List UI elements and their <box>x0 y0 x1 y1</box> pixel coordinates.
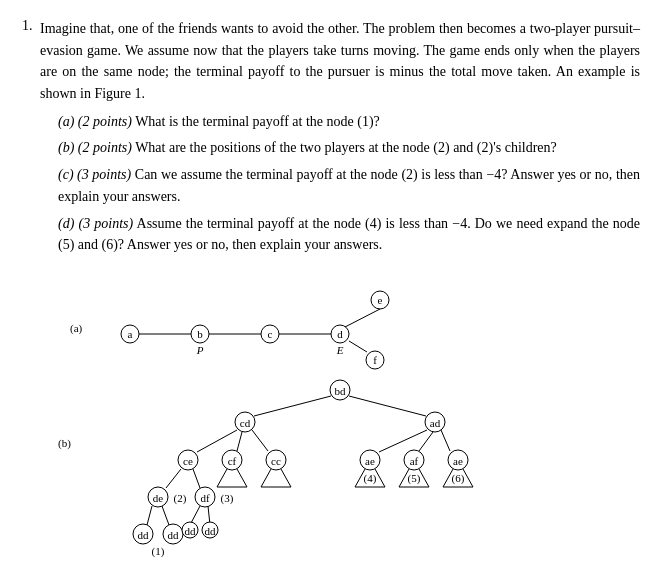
node-dd-left-label: dd <box>138 529 150 541</box>
node-df-child2-label: dd <box>205 525 217 537</box>
node-f-label: f <box>373 354 377 366</box>
node-cf-label: cf <box>228 455 237 467</box>
edge-cd-cf <box>237 432 242 451</box>
label-4: (4) <box>364 472 377 485</box>
label-6: (6) <box>452 472 465 485</box>
sub-text-b: What are the positions of the two player… <box>135 140 557 155</box>
edge-ad-ae2 <box>441 430 450 451</box>
edge-d-f <box>349 341 367 352</box>
node-c-label: c <box>268 328 273 340</box>
label-P: P <box>196 344 204 356</box>
problem-body: Imagine that, one of the friends wants t… <box>40 18 640 562</box>
edge-ad-ae <box>379 430 427 452</box>
edge-cd-cc <box>252 430 268 451</box>
problem-container: 1. Imagine that, one of the friends want… <box>22 18 636 562</box>
sub-label-b: (b) (2 points) <box>58 140 132 155</box>
sub-part-d: (d) (3 points) Assume the terminal payof… <box>40 213 640 256</box>
diagram-a-label: (a) <box>70 322 83 335</box>
node-df-child1-label: dd <box>185 525 197 537</box>
tri-cc-l <box>261 469 271 487</box>
sub-label-c: (c) (3 points) <box>58 167 131 182</box>
edge-e-d <box>345 309 380 327</box>
problem-num-label: 1. <box>22 18 40 562</box>
node-e-label: e <box>378 294 383 306</box>
node-b-label: b <box>197 328 203 340</box>
edge-ce-df <box>193 469 200 488</box>
sub-text-a: What is the terminal payoff at the node … <box>135 114 380 129</box>
tri-4-r <box>375 469 385 487</box>
sub-part-b: (b) (2 points) What are the positions of… <box>40 137 640 159</box>
node-cc-left-label: cc <box>271 455 281 467</box>
edge-ce-de <box>166 469 181 488</box>
label-1: (1) <box>152 545 165 558</box>
node-d-label: d <box>337 328 343 340</box>
edge-de-dd1 <box>147 506 152 525</box>
edge-cd-ce <box>197 430 237 452</box>
label-E: E <box>336 344 344 356</box>
node-ad-label: ad <box>430 417 441 429</box>
tri-5-r <box>419 469 429 487</box>
label-2: (2) <box>174 492 187 505</box>
node-ae-left-label: ae <box>365 455 375 467</box>
sub-text-c: Can we assume the terminal payoff at the… <box>58 167 640 204</box>
node-cd-label: cd <box>240 417 251 429</box>
edge-bd-cd <box>254 396 331 416</box>
diagram-area: (a) e a b c <box>40 272 640 562</box>
node-af-label: af <box>410 455 419 467</box>
edge-ad-af <box>419 432 433 451</box>
edge-de-dd2 <box>162 506 169 525</box>
problem-number: 1. Imagine that, one of the friends want… <box>22 18 636 562</box>
tri-cf-r <box>237 469 247 487</box>
problem-intro: Imagine that, one of the friends wants t… <box>40 18 640 105</box>
label-5: (5) <box>408 472 421 485</box>
node-ae-right-label: ae <box>453 455 463 467</box>
sub-label-d: (d) (3 points) <box>58 216 133 231</box>
node-a-label: a <box>128 328 133 340</box>
node-dd-right-label: dd <box>168 529 180 541</box>
tri-6-r <box>463 469 473 487</box>
label-3: (3) <box>221 492 234 505</box>
node-de-2-label: de <box>153 492 164 504</box>
node-df-3-label: df <box>200 492 210 504</box>
sub-part-a: (a) (2 points) What is the terminal payo… <box>40 111 640 133</box>
node-bd-label: bd <box>335 385 347 397</box>
diagram-b-label: (b) <box>58 437 71 450</box>
node-ce-label: ce <box>183 455 193 467</box>
sub-part-c: (c) (3 points) Can we assume the termina… <box>40 164 640 207</box>
edge-bd-ad <box>349 396 426 416</box>
sub-text-d: Assume the terminal payoff at the node (… <box>58 216 640 253</box>
tri-cf-l <box>217 469 227 487</box>
tree-diagram: (a) e a b c <box>40 272 640 562</box>
tri-cc-r <box>281 469 291 487</box>
sub-label-a: (a) (2 points) <box>58 114 132 129</box>
